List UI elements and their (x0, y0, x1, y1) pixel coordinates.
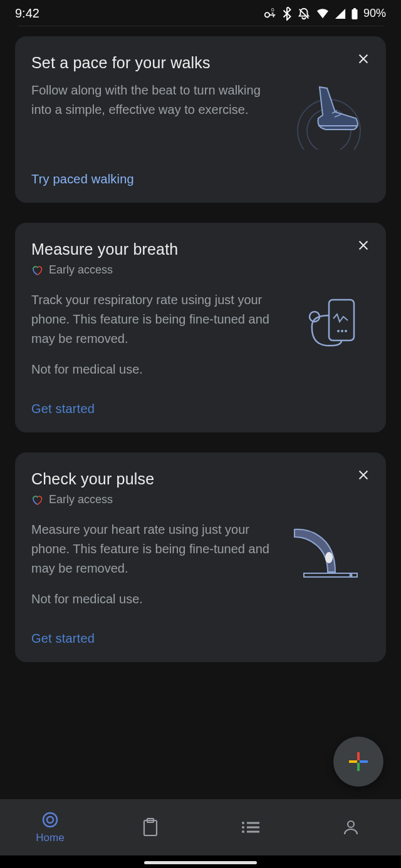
close-button[interactable] (355, 237, 372, 254)
svg-point-12 (325, 552, 333, 563)
get-started-button[interactable]: Get started (31, 402, 370, 416)
svg-point-11 (350, 574, 353, 577)
nav-home[interactable]: Home (0, 810, 100, 844)
status-bar: 9:42 G 90% (0, 0, 401, 26)
status-time: 9:42 (15, 6, 39, 21)
svg-rect-24 (247, 827, 259, 829)
badge-label: Early access (49, 493, 113, 506)
svg-rect-14 (360, 760, 368, 763)
card-measure-breath: Measure your breath Early access Track y… (15, 223, 386, 432)
card-list: Set a pace for your walks Follow along w… (0, 36, 401, 662)
status-icons: G 90% (263, 7, 386, 21)
svg-point-18 (47, 817, 53, 823)
nav-label: Home (36, 832, 64, 844)
card-title: Set a pace for your walks (31, 54, 370, 72)
svg-point-25 (242, 830, 244, 833)
card-description: Follow along with the beat to turn walki… (31, 81, 277, 120)
svg-rect-22 (247, 822, 259, 824)
close-icon (357, 468, 370, 482)
nav-browse[interactable] (200, 820, 301, 835)
fit-heart-icon (31, 494, 43, 506)
svg-rect-13 (357, 752, 360, 760)
card-description: Measure your heart rate using just your … (31, 520, 277, 578)
dnd-icon (297, 7, 311, 21)
badge-label: Early access (49, 263, 113, 277)
bottom-nav: Home (0, 799, 401, 855)
svg-rect-16 (349, 760, 357, 763)
google-plus-icon (348, 751, 369, 772)
nav-journal[interactable] (100, 817, 200, 837)
person-icon (342, 819, 360, 836)
card-note: Not for medical use. (31, 590, 277, 609)
card-title: Check your pulse (31, 470, 370, 488)
add-fab[interactable] (333, 737, 383, 787)
svg-point-0 (265, 13, 269, 17)
try-paced-walking-button[interactable]: Try paced walking (31, 172, 370, 186)
svg-rect-2 (352, 9, 357, 19)
home-indicator[interactable] (144, 861, 257, 864)
wifi-icon (316, 8, 330, 19)
battery-icon (351, 8, 358, 20)
svg-point-8 (341, 330, 343, 332)
get-started-button[interactable]: Get started (31, 631, 370, 646)
phone-stethoscope-icon (288, 290, 370, 359)
close-icon (357, 238, 370, 252)
signal-icon (335, 8, 346, 19)
vpn-key-icon: G (263, 7, 277, 21)
bluetooth-icon (282, 7, 292, 21)
svg-text:G: G (271, 8, 274, 12)
svg-rect-3 (353, 8, 356, 9)
fit-heart-icon (31, 265, 43, 276)
svg-rect-15 (357, 763, 360, 771)
card-title: Measure your breath (31, 240, 370, 258)
svg-point-23 (242, 826, 244, 829)
close-button[interactable] (355, 466, 372, 484)
svg-rect-26 (247, 831, 259, 833)
home-icon (41, 810, 60, 829)
finger-phone-icon (288, 520, 370, 589)
svg-point-9 (345, 330, 347, 332)
walking-shoe-icon (288, 81, 370, 150)
card-paced-walking: Set a pace for your walks Follow along w… (15, 36, 386, 203)
svg-point-27 (348, 821, 354, 827)
card-note: Not for medical use. (31, 360, 277, 379)
nav-profile[interactable] (301, 819, 401, 836)
battery-percent: 90% (363, 7, 386, 20)
close-icon (357, 52, 370, 66)
early-access-badge: Early access (31, 263, 370, 277)
card-description: Track your respiratory rate using just y… (31, 290, 277, 349)
svg-point-21 (242, 822, 244, 824)
list-icon (241, 820, 261, 835)
divider (18, 26, 383, 26)
clipboard-icon (142, 817, 159, 837)
svg-point-7 (337, 330, 340, 332)
svg-point-17 (43, 813, 57, 827)
card-check-pulse: Check your pulse Early access Measure yo… (15, 452, 386, 662)
early-access-badge: Early access (31, 493, 370, 506)
close-button[interactable] (355, 50, 372, 68)
